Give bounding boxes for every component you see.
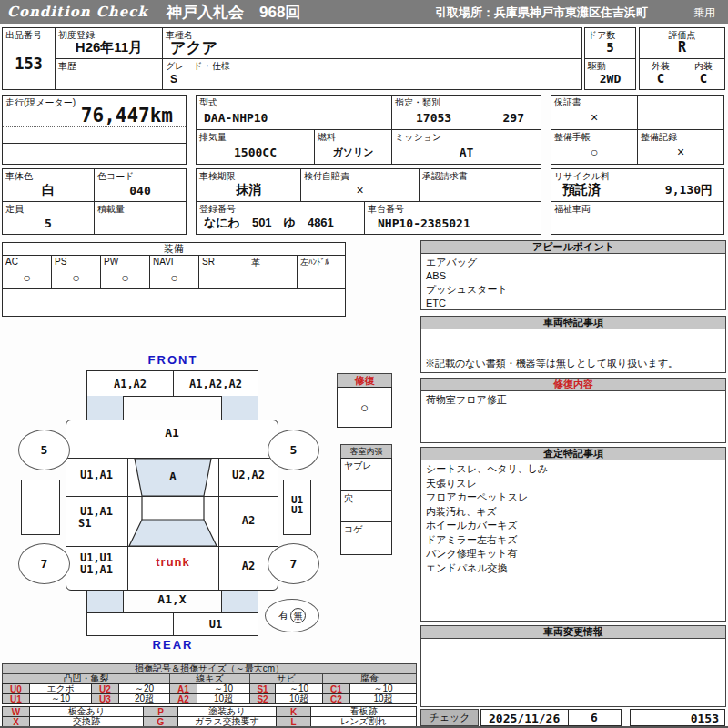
score-value: R xyxy=(640,36,724,58)
model-code-cell: 型式 DAA-NHP10 xyxy=(196,95,392,130)
wheel-front-right: 5 xyxy=(268,430,319,470)
pickup-location: 引取場所：兵庫県神戸市東灘区住吉浜町 xyxy=(435,5,648,21)
inspection-expiry-value: 抹消 xyxy=(197,179,300,201)
equipment-mark: ○ xyxy=(3,266,51,288)
assessment-line: ドアミラー左右キズ xyxy=(426,533,721,548)
appeal-points-header: アピールポイント xyxy=(420,240,726,254)
history-cell: 車歴 xyxy=(55,58,163,90)
blank-cell xyxy=(637,95,724,130)
check-date: 2025/11/26 xyxy=(489,712,560,725)
assessment-line: 内装汚れ、キズ xyxy=(426,505,721,520)
equipment-cell-ps: PS ○ xyxy=(51,255,101,289)
right-fender-damage: U2,A2 xyxy=(218,469,278,481)
type-class-cell: 指定・類別 17053 297 xyxy=(391,95,541,130)
doors-value: 5 xyxy=(585,36,635,58)
first-registration-cell: 初度登録 H26年11月 xyxy=(55,27,163,59)
recycle-fee-cell: リサイクル料 預託済 9,130円 xyxy=(551,168,724,202)
front-bumper: A1,A2 A1,A2,A2 xyxy=(86,370,258,397)
mileage-cell: 走行(現メーター) 76,447km xyxy=(2,95,187,165)
divider xyxy=(3,126,186,127)
wheel-rear-right: 7 xyxy=(268,543,319,584)
equipment-mark: ○ xyxy=(150,266,198,288)
divider xyxy=(3,143,186,144)
transmission-cell: ミッション AT xyxy=(391,129,541,165)
model-value: アクア xyxy=(163,36,581,58)
check-number: 6 xyxy=(568,710,621,725)
spare-yes-label: 有 xyxy=(278,609,288,622)
left-quarter-damage: U1,U1 U1,A1 xyxy=(66,552,127,576)
assessment-line: パンク修理キット有 xyxy=(426,547,721,561)
model-code-value: DAA-NHP10 xyxy=(197,106,391,129)
grade-cell: グレード・仕様 S xyxy=(162,58,582,90)
grade-value: S xyxy=(163,68,581,89)
lot-number-cell: 出品番号 153 xyxy=(2,27,56,90)
approval-request-cell: 承認請求書 xyxy=(419,168,541,202)
approval-request-value xyxy=(420,179,541,201)
maintenance-record-value: × xyxy=(638,140,723,164)
type-number: 17053 xyxy=(416,111,451,125)
legend-code: C2 xyxy=(322,693,350,704)
type-class-values: 17053 297 xyxy=(392,106,541,129)
mileage-value: 76,447km xyxy=(3,105,173,126)
wheel-rear-left: 7 xyxy=(18,543,70,584)
wheel-front-left: 5 xyxy=(18,430,70,470)
front-bumper-right-damage: A1,A2,A2 xyxy=(173,371,258,396)
drive-cell: 駆動 2WD xyxy=(584,58,636,90)
rear-left-corner-shade xyxy=(86,591,124,612)
welfare-vehicle-value xyxy=(551,212,723,234)
legend-desc: ～10 xyxy=(29,693,92,704)
left-door-damage: U1,A1 S1 xyxy=(66,506,127,530)
assessment-line: シートスレ、ヘタリ、しみ xyxy=(426,462,721,477)
assessment-line: フロアカーペットスレ xyxy=(426,490,721,505)
vehicle-class: 乗用 xyxy=(693,5,715,21)
spare-tire-indicator: 有 無 xyxy=(265,599,319,632)
front-label: FRONT xyxy=(109,353,237,367)
repair-flag-box: ○ xyxy=(337,387,392,428)
registration-number-value: なにわ 501 ゆ 4861 xyxy=(197,212,364,234)
cabin-lining-hole-cell: 穴 xyxy=(340,490,392,522)
right-door-damage: A2 xyxy=(218,514,278,527)
inspection-expiry-cell: 車検期限 抹消 xyxy=(196,168,301,202)
repair-details-body: 荷物室フロア修正 xyxy=(420,390,726,443)
maintenance-book-cell: 整備手帳 ○ xyxy=(551,129,638,165)
recycle-status: 預託済 xyxy=(562,182,601,198)
trunk-label: trunk xyxy=(127,555,218,569)
appeal-line: エアバッグ xyxy=(426,256,721,269)
equipment-cell-pw: PW ○ xyxy=(100,255,150,289)
legend-code: U1 xyxy=(2,693,30,704)
hood-damage: A1 xyxy=(66,426,278,440)
chassis-number-cell: 車台番号 NHP10-2385021 xyxy=(364,201,541,235)
cabin-lining-tear-cell: ヤブレ xyxy=(340,458,392,491)
equipment-title: 装備 xyxy=(2,242,346,256)
cabin-lining-hole-label: 穴 xyxy=(344,492,353,505)
equipment-mark: ○ xyxy=(101,266,149,288)
vehicle-changes-header: 車両変更情報 xyxy=(420,625,726,639)
assessment-notes-header: 査定特記事項 xyxy=(420,447,726,460)
title-bar: Condition Check 神戸入札会 968回 引取場所：兵庫県神戸市東灘… xyxy=(0,0,728,24)
displacement-value: 1500CC xyxy=(197,140,314,164)
maintenance-book-value: ○ xyxy=(551,140,637,164)
left-fender-damage: U1,A1 xyxy=(66,469,127,481)
equipment-mark: ○ xyxy=(52,266,100,288)
left-quarter-damage-line2: U1,A1 xyxy=(80,564,113,576)
rear-window-shape xyxy=(129,520,217,546)
appeal-line: ETC xyxy=(426,297,721,310)
recycle-amount: 9,130円 xyxy=(665,182,713,198)
rear-label: REAR xyxy=(109,638,237,652)
fuel-cell: 燃料 ガソリン xyxy=(314,129,392,165)
welfare-vehicle-cell: 福祉車両 xyxy=(551,201,724,235)
left-door-damage-line2: S1 xyxy=(66,518,91,530)
rear-right-corner-shade xyxy=(221,591,258,612)
appeal-line: ABS xyxy=(426,269,721,283)
recycle-fee-values: 預託済 9,130円 xyxy=(551,179,723,201)
interior-grade-value: C xyxy=(682,67,724,89)
interior-grade-cell: 内装 C xyxy=(682,58,725,90)
auction-sheet: Condition Check 神戸入札会 968回 引取場所：兵庫県神戸市東灘… xyxy=(0,0,728,728)
capacity-cell: 定員 5 xyxy=(2,201,95,235)
vehicle-notes-body: ※記載のない書類・機器等は無しとして取り扱います。 xyxy=(420,329,726,373)
equipment-cell-leather: 革 xyxy=(248,255,298,289)
right-sill-damage: U1 U1 xyxy=(284,495,310,515)
cabin-lining-burn-label: コゲ xyxy=(344,523,362,536)
doors-cell: ドア数 5 xyxy=(584,27,636,59)
warranty-cell: 保証書 × xyxy=(551,95,638,130)
